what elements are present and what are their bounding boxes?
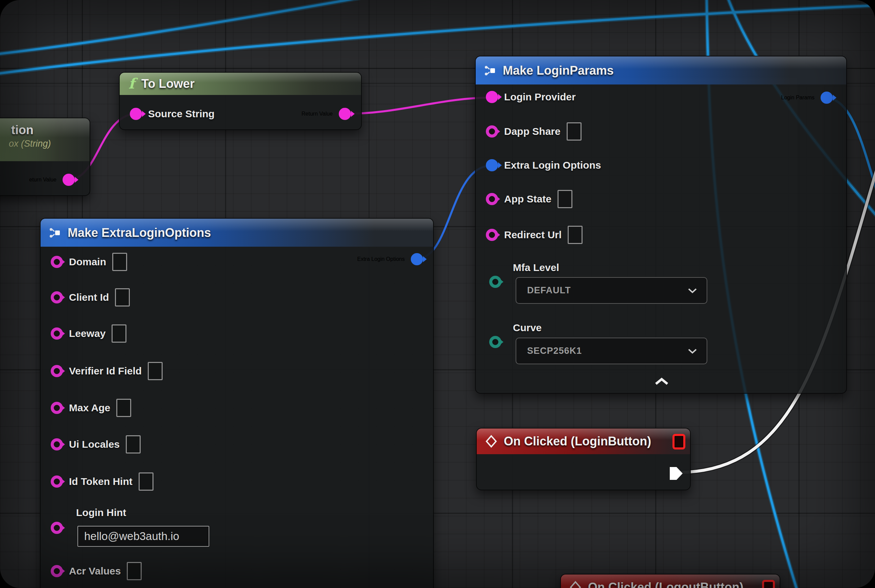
redirect-url-checkbox[interactable] [568, 226, 583, 244]
pin-row-login-provider: Login Provider [486, 87, 576, 106]
pin-row-domain: Domain [51, 252, 127, 272]
event-diamond-icon [570, 581, 581, 588]
ui-locales-checkbox[interactable] [126, 435, 141, 453]
pin-row-redirect-url: Redirect Url [486, 225, 583, 244]
return-value-label: eturn Value [29, 177, 56, 183]
event-diamond-icon [486, 435, 497, 448]
pin-row-id-token-hint: Id Token Hint [51, 472, 153, 491]
redirect-url-label: Redirect Url [504, 229, 562, 241]
curve-pin[interactable] [489, 336, 501, 348]
node-string-function-header[interactable]: tion ox (String) [0, 118, 90, 161]
node-subtitle: ox (String) [0, 138, 51, 149]
node-string-function-partial[interactable]: tion ox (String) eturn Value [0, 118, 90, 196]
app-state-checkbox[interactable] [558, 190, 573, 208]
acr-values-pin[interactable] [51, 565, 63, 577]
make-struct-icon [50, 227, 61, 239]
on-clicked-login-header[interactable]: On Clicked (LoginButton) [477, 429, 690, 454]
node-title: Make ExtraLoginOptions [68, 226, 211, 240]
id-token-hint-pin[interactable] [51, 476, 63, 488]
curve-label: Curve [513, 322, 542, 333]
collapse-node-chevron-icon[interactable] [654, 378, 669, 386]
function-f-icon: f [128, 77, 135, 91]
dapp-share-label: Dapp Share [504, 126, 561, 137]
client-id-checkbox[interactable] [115, 288, 130, 306]
extra-login-options-label: Extra Login Options [504, 159, 601, 171]
pin-row-extra-login-options: Extra Login Options [486, 156, 601, 175]
event-binding-red-icon[interactable] [762, 580, 775, 588]
extra-login-options-input-pin[interactable] [486, 159, 498, 171]
to-lower-header[interactable]: f To Lower [120, 73, 361, 95]
make-loginparams-header[interactable]: Make LoginParams [476, 56, 846, 84]
acr-values-label: Acr Values [69, 566, 121, 577]
source-string-pin[interactable] [130, 108, 142, 120]
source-string-label: Source String [148, 108, 215, 120]
make-extraloginoptions-header[interactable]: Make ExtraLoginOptions [41, 219, 433, 247]
node-on-clicked-logout-button[interactable]: On Clicked (LogoutButton) [560, 574, 780, 588]
mfa-level-dropdown[interactable]: DEFAULT [516, 277, 707, 304]
node-title: Make LoginParams [503, 63, 613, 78]
curve-dropdown[interactable]: SECP256K1 [516, 338, 707, 364]
mfa-level-value: DEFAULT [527, 285, 571, 296]
return-value-output-row: eturn Value [29, 170, 75, 189]
leeway-checkbox[interactable] [111, 324, 126, 343]
pin-row-app-state: App State [486, 190, 573, 208]
app-state-label: App State [504, 193, 552, 205]
leeway-label: Leeway [69, 328, 105, 339]
login-provider-pin[interactable] [486, 91, 498, 103]
pin-row-ui-locales: Ui Locales [51, 435, 141, 454]
ui-locales-pin[interactable] [51, 438, 63, 450]
mfa-level-pin[interactable] [489, 276, 501, 288]
domain-pin[interactable] [51, 256, 63, 268]
screenshot-frame: tion ox (String) eturn Value f To Lower … [0, 0, 875, 588]
node-make-extra-login-options[interactable]: Make ExtraLoginOptions Extra Login Optio… [40, 218, 434, 588]
node-to-lower[interactable]: f To Lower Source String Return Value [119, 72, 362, 130]
dapp-share-pin[interactable] [486, 125, 498, 138]
blueprint-graph[interactable]: tion ox (String) eturn Value f To Lower … [0, 0, 875, 588]
chevron-down-icon [688, 288, 697, 293]
redirect-url-pin[interactable] [486, 229, 498, 241]
verifier-id-field-checkbox[interactable] [148, 362, 162, 380]
client-id-label: Client Id [69, 292, 109, 303]
max-age-pin[interactable] [51, 402, 63, 414]
return-value-pin[interactable] [339, 108, 351, 120]
client-id-pin[interactable] [51, 291, 63, 303]
pin-row-acr-values: Acr Values [51, 562, 142, 580]
login-params-output-pin[interactable] [821, 92, 833, 104]
verifier-id-field-pin[interactable] [51, 365, 63, 377]
chevron-down-icon [688, 348, 697, 354]
curve-value: SECP256K1 [527, 346, 582, 356]
pin-row-leeway: Leeway [51, 324, 126, 343]
ui-locales-label: Ui Locales [69, 439, 120, 450]
wire-string-tolower-to-loginprovider[interactable] [343, 98, 491, 114]
extra-login-options-output-pin[interactable] [411, 253, 423, 265]
max-age-checkbox[interactable] [116, 399, 131, 417]
make-struct-icon [484, 64, 496, 77]
exec-output-pin[interactable] [668, 466, 684, 481]
login-hint-pin[interactable] [51, 522, 63, 534]
dapp-share-checkbox[interactable] [567, 122, 582, 141]
extra-login-options-output-row: Extra Login Options [357, 250, 423, 268]
node-title: tion [0, 123, 33, 137]
id-token-hint-checkbox[interactable] [138, 472, 153, 490]
node-title: To Lower [141, 77, 194, 91]
pin-row-max-age: Max Age [51, 398, 131, 417]
node-make-login-params[interactable]: Make LoginParams Login Provider Login Pa… [475, 56, 847, 394]
return-value-label: Return Value [302, 111, 333, 117]
login-hint-input[interactable] [77, 526, 209, 547]
extra-login-options-output-label: Extra Login Options [357, 256, 405, 262]
login-params-output-label: Login Params [781, 94, 815, 101]
leeway-pin[interactable] [51, 327, 63, 340]
login-hint-label: Login Hint [76, 507, 126, 518]
source-string-row: Source String [130, 104, 215, 123]
app-state-pin[interactable] [486, 193, 498, 205]
domain-checkbox[interactable] [112, 253, 127, 271]
return-value-pin[interactable] [63, 174, 75, 186]
on-clicked-logout-header[interactable]: On Clicked (LogoutButton) [561, 574, 780, 588]
node-on-clicked-login-button[interactable]: On Clicked (LoginButton) [476, 428, 691, 490]
pin-row-dapp-share: Dapp Share [486, 122, 582, 141]
acr-values-checkbox[interactable] [127, 562, 142, 580]
node-title: On Clicked (LoginButton) [504, 434, 651, 448]
id-token-hint-label: Id Token Hint [69, 476, 132, 487]
node-title: On Clicked (LogoutButton) [588, 580, 743, 588]
event-binding-red-icon[interactable] [672, 434, 685, 450]
